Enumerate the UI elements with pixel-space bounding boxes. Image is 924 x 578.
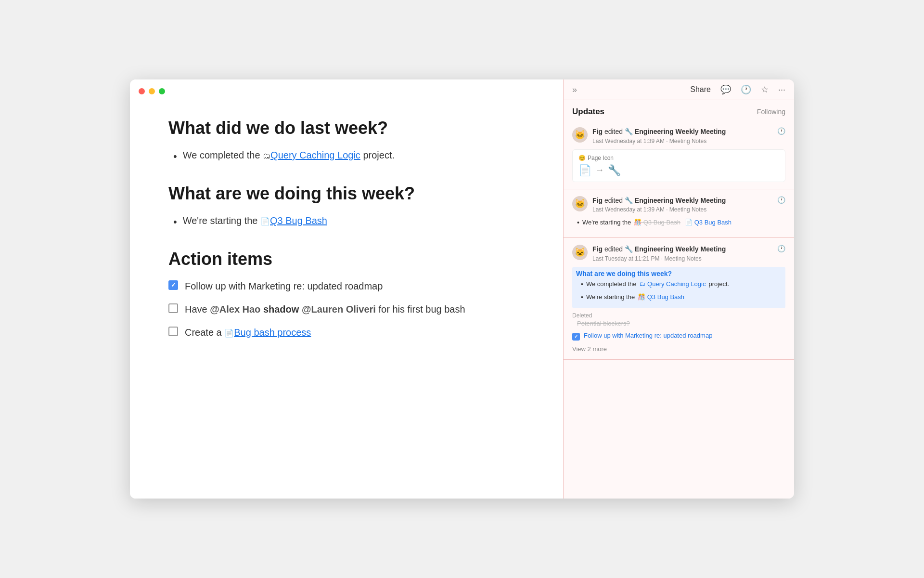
section-heading-last-week: What did we do last week? — [168, 118, 525, 138]
updates-title: Updates — [572, 107, 604, 117]
update-meta-2-line2: Last Wednesday at 1:39 AM · Meeting Note… — [592, 206, 772, 213]
share-button[interactable]: Share — [690, 85, 711, 94]
update-3-bullet-1: We completed the 🗂 Query Caching Logic p… — [581, 279, 782, 289]
arrow-icon-1: → — [595, 165, 604, 175]
close-button[interactable] — [139, 88, 145, 94]
bug-bash-process-icon: 📄 — [224, 328, 234, 339]
last-week-list: We completed the 🗂Query Caching Logic pr… — [168, 148, 525, 164]
query-caching-link[interactable]: Query Caching Logic — [270, 148, 360, 162]
right-panel: » Share 💬 🕐 ☆ ··· Updates Following 🐱 Fi… — [563, 79, 794, 499]
this-week-item-1: We're starting the 📄Q3 Bug Bash — [173, 213, 525, 230]
page-icons-row-1: 📄 → 🔧 — [578, 164, 779, 177]
query-caching-link-3: 🗂 Query Caching Logic — [639, 279, 706, 289]
user-3: Fig — [592, 245, 603, 253]
clock-icon-3: 🕐 — [777, 245, 785, 252]
checkbox-1[interactable] — [168, 280, 178, 290]
avatar-3: 🐱 — [572, 245, 588, 260]
this-week-list: We're starting the 📄Q3 Bug Bash — [168, 213, 525, 230]
star-icon[interactable]: ☆ — [761, 84, 769, 95]
update-3-bullet-2: We're starting the 🎊 Q3 Bug Bash — [581, 292, 782, 302]
following-button[interactable]: Following — [757, 108, 785, 116]
user-2: Fig — [592, 197, 603, 204]
update-meta-3-line2: Last Tuesday at 11:21 PM · Meeting Notes — [592, 255, 772, 262]
app-window: What did we do last week? We completed t… — [130, 79, 794, 499]
maximize-button[interactable] — [159, 88, 165, 94]
q3-bug-bash-link-3: 🎊 Q3 Bug Bash — [638, 292, 684, 302]
avatar-2: 🐱 — [572, 196, 588, 211]
mention-lauren: @Lauren Oliveri — [302, 304, 376, 315]
update-card-2: 🐱 Fig edited 🔧 Engineering Weekly Meetin… — [564, 189, 794, 238]
change-label-1: 😊 Page Icon — [578, 155, 779, 161]
highlight-block-3: What are we doing this week? We complete… — [572, 267, 785, 308]
checkbox-item-text-3: Follow up with Marketing re: updated roa… — [584, 332, 712, 339]
update-2-bullets: We're starting the 🎊 Q3 Bug Bash 📄 Q3 Bu… — [572, 218, 785, 228]
panel-scroll[interactable]: 🐱 Fig edited 🔧 Engineering Weekly Meetin… — [564, 120, 794, 499]
update-checkbox-3 — [572, 333, 580, 341]
update-card-3: 🐱 Fig edited 🔧 Engineering Weekly Meetin… — [564, 238, 794, 360]
strikethrough-text: 🎊 Q3 Bug Bash — [634, 218, 680, 227]
update-meta-2-line1: Fig edited 🔧 Engineering Weekly Meeting — [592, 196, 772, 206]
section-heading-this-week: What are we doing this week? — [168, 184, 525, 204]
q3-bug-bash-icon: 📄 — [260, 216, 270, 227]
meeting-title-1: Engineering Weekly Meeting — [635, 128, 726, 135]
last-week-item-1: We completed the 🗂Query Caching Logic pr… — [173, 148, 525, 164]
update-meta-1-line2: Last Wednesday at 1:39 AM · Meeting Note… — [592, 138, 772, 144]
user-1: Fig — [592, 128, 603, 135]
q3-bug-bash-link[interactable]: Q3 Bug Bash — [270, 213, 327, 228]
section-heading-action-items: Action items — [168, 249, 525, 269]
checkbox-2[interactable] — [168, 303, 178, 313]
action-item-3: Create a 📄Bug bash process — [168, 325, 525, 340]
more-icon[interactable]: ··· — [778, 85, 785, 95]
meeting-title-2: Engineering Weekly Meeting — [635, 197, 726, 204]
update-2-bullet-1: We're starting the 🎊 Q3 Bug Bash 📄 Q3 Bu… — [577, 218, 785, 228]
updates-header: Updates Following — [564, 100, 794, 120]
this-week-item-1-text: We're starting the 📄Q3 Bug Bash — [183, 213, 327, 228]
action-item-2-text: Have @Alex Hao shadow @Lauren Oliveri fo… — [185, 302, 465, 316]
update-card-3-header: 🐱 Fig edited 🔧 Engineering Weekly Meetin… — [572, 245, 785, 262]
update-meta-2: Fig edited 🔧 Engineering Weekly Meeting … — [592, 196, 772, 213]
action-item-3-text: Create a 📄Bug bash process — [185, 325, 311, 340]
checkbox-item-row: Follow up with Marketing re: updated roa… — [572, 332, 785, 341]
shadow-text: shadow — [263, 304, 299, 315]
clock-icon-2: 🕐 — [777, 196, 785, 204]
minimize-button[interactable] — [149, 88, 155, 94]
added-text: 📄 Q3 Bug Bash — [685, 218, 732, 227]
comment-icon[interactable]: 💬 — [720, 84, 731, 95]
meeting-title-3: Engineering Weekly Meeting — [635, 245, 726, 253]
icon-from-1: 📄 — [578, 164, 591, 177]
update-meta-1-line1: Fig edited 🔧 Engineering Weekly Meeting — [592, 127, 772, 137]
update-meta-3: Fig edited 🔧 Engineering Weekly Meeting … — [592, 245, 772, 262]
deleted-text-3: Potential blockers? — [577, 320, 785, 327]
action-item-1-text: Follow up with Marketing re: updated roa… — [185, 279, 383, 293]
query-caching-icon: 🗂 — [263, 150, 270, 162]
clock-icon-1: 🕐 — [777, 127, 785, 135]
avatar-1: 🐱 — [572, 127, 588, 143]
mention-alex: @Alex Hao — [210, 304, 260, 315]
update-card-1-header: 🐱 Fig edited 🔧 Engineering Weekly Meetin… — [572, 127, 785, 144]
update-meta-3-line1: Fig edited 🔧 Engineering Weekly Meeting — [592, 245, 772, 254]
view-more-3[interactable]: View 2 more — [572, 345, 785, 353]
panel-top-header: » Share 💬 🕐 ☆ ··· — [564, 79, 794, 100]
change-block-1: 😊 Page Icon 📄 → 🔧 — [572, 149, 785, 182]
checkbox-3[interactable] — [168, 327, 178, 336]
action-item-2: Have @Alex Hao shadow @Lauren Oliveri fo… — [168, 302, 525, 316]
icon-to-1: 🔧 — [608, 164, 621, 177]
update-card-2-header: 🐱 Fig edited 🔧 Engineering Weekly Meetin… — [572, 196, 785, 213]
history-icon[interactable]: 🕐 — [741, 84, 751, 95]
last-week-item-1-text: We completed the 🗂Query Caching Logic pr… — [183, 148, 395, 162]
update-3-added-bullets: We completed the 🗂 Query Caching Logic p… — [576, 279, 782, 302]
smiley-icon: 😊 — [578, 155, 586, 161]
action-item-1: Follow up with Marketing re: updated roa… — [168, 279, 525, 293]
highlight-heading-3: What are we doing this week? — [576, 270, 782, 277]
deleted-label-3: Deleted — [572, 312, 785, 319]
main-content: What did we do last week? We completed t… — [130, 79, 563, 499]
update-card-1: 🐱 Fig edited 🔧 Engineering Weekly Meetin… — [564, 120, 794, 189]
traffic-lights — [139, 88, 165, 94]
action-items-list: Follow up with Marketing re: updated roa… — [168, 279, 525, 340]
collapse-icon[interactable]: » — [572, 85, 577, 95]
update-meta-1: Fig edited 🔧 Engineering Weekly Meeting … — [592, 127, 772, 144]
bug-bash-process-link[interactable]: Bug bash process — [234, 325, 311, 340]
